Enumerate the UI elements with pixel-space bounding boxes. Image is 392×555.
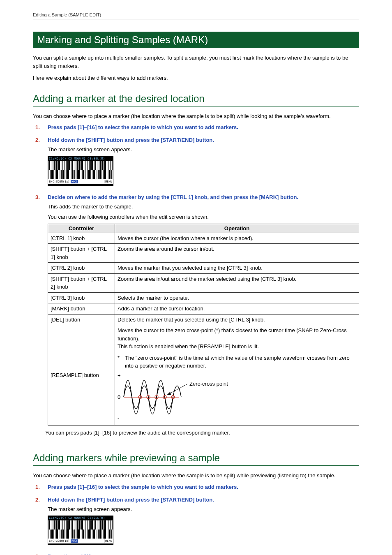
zero-cross-diagram: + 0 -: [118, 372, 356, 424]
step-title: Press pads [1]–[16] to select the sample…: [48, 484, 359, 490]
table-cell: Moves the cursor to the zero cross-point…: [115, 325, 359, 426]
step-desc: The marker setting screen appears.: [48, 146, 359, 154]
table-cell: Zooms the area in/out around the marker …: [115, 273, 359, 292]
screenshot-zoom-label: ENC:ZOOM(1x): [48, 539, 71, 543]
marker-screen-image: C1:MOU(C) C2:MOU(M) C3:SEL(M) ENC:ZOOM(1…: [48, 156, 113, 186]
screenshot-waveform: [48, 161, 113, 179]
table-cell: [DEL] button: [48, 314, 115, 325]
screenshot-bottom-bar: ENC:ZOOM(1x) M=2 MENU: [48, 539, 113, 543]
table-cell: [CTRL 1] knob: [48, 233, 115, 244]
table-cell: Moves the marker that you selected using…: [115, 263, 359, 274]
table-cell: [SHIFT] button + [CTRL 1] knob: [48, 244, 115, 263]
table-footer-note: You can press pads [1]–[16] to preview t…: [45, 430, 359, 436]
marker-screen-image: C1:MOU(C) C2:MOU(M) C3:SEL(M) ENC:ZOOM(1…: [48, 516, 113, 545]
table-cell: [MARK] button: [48, 303, 115, 314]
table-header-operation: Operation: [115, 224, 359, 233]
svg-marker-7: [167, 392, 171, 395]
section-title: Marking and Splitting Samples (MARK): [33, 32, 359, 48]
step-number: 3.: [33, 194, 48, 426]
table-cell: [CTRL 3] knob: [48, 292, 115, 303]
screenshot-menu-label: MENU: [104, 539, 113, 543]
sub2-intro: You can choose where to place a marker (…: [33, 472, 359, 480]
step-number: 1.: [33, 484, 48, 493]
step-desc: The marker setting screen appears.: [48, 505, 359, 513]
screenshot-mark-label: M=2: [71, 539, 78, 543]
screenshot-top-bar: C1:MOU(C) C2:MOU(M) C3:SEL(M): [48, 516, 113, 520]
footnote-star: *: [118, 354, 125, 370]
step-title: Press the pad [1].: [48, 553, 359, 555]
step-number: 2.: [33, 137, 48, 190]
running-header: Editing a Sample (SAMPLE EDIT): [33, 12, 359, 19]
axis-minus: -: [118, 415, 119, 421]
screenshot-waveform: [48, 520, 113, 539]
step-number: 3.: [33, 553, 48, 555]
table-cell: Selects the marker to operate.: [115, 292, 359, 303]
screenshot-zoom-label: ENC:ZOOM(1x): [48, 180, 71, 183]
step-desc: This adds the marker to the sample.: [48, 203, 359, 211]
resample-desc-1: Moves the cursor to the zero cross-point…: [118, 326, 356, 342]
axis-zero: 0: [118, 394, 120, 400]
step-title: Hold down the [SHIFT] button and press t…: [48, 497, 359, 503]
table-cell: [CTRL 2] knob: [48, 263, 115, 274]
intro-p1: You can split a sample up into multiple …: [33, 54, 359, 70]
subheading-2: Adding markers while previewing a sample: [33, 452, 359, 466]
step-number: 2.: [33, 497, 48, 550]
zero-cross-label: Zero-cross point: [189, 381, 228, 387]
step-title: Press pads [1]–[16] to select the sample…: [48, 124, 359, 130]
controllers-table: Controller Operation [CTRL 1] knob Moves…: [48, 224, 359, 426]
axis-plus: +: [118, 372, 121, 379]
step-title: Hold down the [SHIFT] button and press t…: [48, 137, 359, 143]
resample-desc-3: The "zero cross-point" is the time at wh…: [125, 354, 356, 370]
table-cell: Moves the cursor (the location where a m…: [115, 233, 359, 244]
table-cell: [SHIFT] button + [CTRL 2] knob: [48, 273, 115, 292]
step-title: Decide on where to add the marker by usi…: [48, 194, 359, 200]
table-header-controller: Controller: [48, 224, 115, 233]
table-cell: Zooms the area around the cursor in/out.: [115, 244, 359, 263]
screenshot-menu-label: MENU: [104, 180, 113, 183]
step-desc: You can use the following controllers wh…: [48, 213, 359, 221]
screenshot-mark-label: M=2: [71, 180, 78, 183]
screenshot-top-bar: C1:MOU(C) C2:MOU(M) C3:SEL(M): [48, 157, 113, 161]
screenshot-bottom-bar: ENC:ZOOM(1x) M=2 MENU: [48, 179, 113, 184]
intro-p2: Here we explain about the different ways…: [33, 74, 359, 82]
sub1-intro: You can choose where to place a marker (…: [33, 112, 359, 120]
resample-desc-2: This function is enabled when the [RESAM…: [118, 342, 356, 351]
subheading-1: Adding a marker at the desired location: [33, 93, 359, 106]
table-cell: Adds a marker at the cursor location.: [115, 303, 359, 314]
table-cell: [RESAMPLE] button: [48, 325, 115, 426]
table-cell: Deletes the marker that you selected usi…: [115, 314, 359, 325]
step-number: 1.: [33, 124, 48, 133]
